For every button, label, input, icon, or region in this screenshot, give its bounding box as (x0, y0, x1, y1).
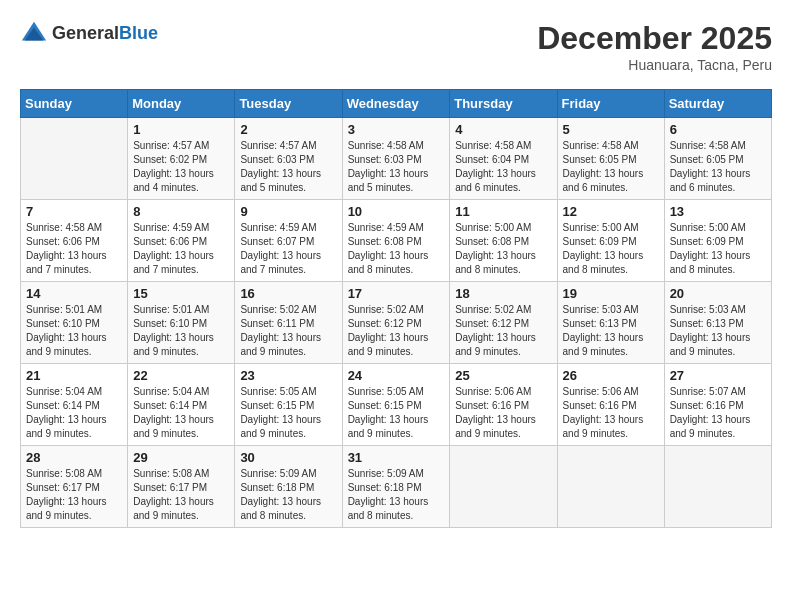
title-block: December 2025 Huanuara, Tacna, Peru (537, 20, 772, 73)
calendar-row: 7 Sunrise: 4:58 AMSunset: 6:06 PMDayligh… (21, 200, 772, 282)
cell-info: Sunrise: 5:06 AMSunset: 6:16 PMDaylight:… (563, 385, 659, 441)
cell-info: Sunrise: 4:58 AMSunset: 6:06 PMDaylight:… (26, 221, 122, 277)
cell-info: Sunrise: 5:06 AMSunset: 6:16 PMDaylight:… (455, 385, 551, 441)
calendar-cell: 25 Sunrise: 5:06 AMSunset: 6:16 PMDaylig… (450, 364, 557, 446)
calendar-cell: 22 Sunrise: 5:04 AMSunset: 6:14 PMDaylig… (128, 364, 235, 446)
cell-date: 24 (348, 368, 445, 383)
cell-date: 14 (26, 286, 122, 301)
calendar-cell: 9 Sunrise: 4:59 AMSunset: 6:07 PMDayligh… (235, 200, 342, 282)
calendar-table: SundayMondayTuesdayWednesdayThursdayFrid… (20, 89, 772, 528)
cell-date: 10 (348, 204, 445, 219)
calendar-cell: 20 Sunrise: 5:03 AMSunset: 6:13 PMDaylig… (664, 282, 771, 364)
cell-info: Sunrise: 5:02 AMSunset: 6:11 PMDaylight:… (240, 303, 336, 359)
cell-date: 15 (133, 286, 229, 301)
cell-date: 4 (455, 122, 551, 137)
cell-date: 21 (26, 368, 122, 383)
cell-date: 9 (240, 204, 336, 219)
cell-date: 5 (563, 122, 659, 137)
cell-info: Sunrise: 5:02 AMSunset: 6:12 PMDaylight:… (348, 303, 445, 359)
cell-info: Sunrise: 5:07 AMSunset: 6:16 PMDaylight:… (670, 385, 766, 441)
month-title: December 2025 (537, 20, 772, 57)
cell-info: Sunrise: 5:03 AMSunset: 6:13 PMDaylight:… (670, 303, 766, 359)
weekday-header: Sunday (21, 90, 128, 118)
cell-info: Sunrise: 5:03 AMSunset: 6:13 PMDaylight:… (563, 303, 659, 359)
calendar-cell: 27 Sunrise: 5:07 AMSunset: 6:16 PMDaylig… (664, 364, 771, 446)
cell-date: 2 (240, 122, 336, 137)
calendar-cell: 26 Sunrise: 5:06 AMSunset: 6:16 PMDaylig… (557, 364, 664, 446)
calendar-row: 28 Sunrise: 5:08 AMSunset: 6:17 PMDaylig… (21, 446, 772, 528)
weekday-header: Friday (557, 90, 664, 118)
weekday-header: Saturday (664, 90, 771, 118)
calendar-cell: 13 Sunrise: 5:00 AMSunset: 6:09 PMDaylig… (664, 200, 771, 282)
calendar-cell: 29 Sunrise: 5:08 AMSunset: 6:17 PMDaylig… (128, 446, 235, 528)
calendar-cell: 28 Sunrise: 5:08 AMSunset: 6:17 PMDaylig… (21, 446, 128, 528)
cell-date: 28 (26, 450, 122, 465)
calendar-row: 14 Sunrise: 5:01 AMSunset: 6:10 PMDaylig… (21, 282, 772, 364)
calendar-cell: 19 Sunrise: 5:03 AMSunset: 6:13 PMDaylig… (557, 282, 664, 364)
calendar-cell: 31 Sunrise: 5:09 AMSunset: 6:18 PMDaylig… (342, 446, 450, 528)
cell-info: Sunrise: 5:08 AMSunset: 6:17 PMDaylight:… (133, 467, 229, 523)
cell-info: Sunrise: 4:58 AMSunset: 6:03 PMDaylight:… (348, 139, 445, 195)
cell-date: 17 (348, 286, 445, 301)
cell-info: Sunrise: 4:58 AMSunset: 6:05 PMDaylight:… (563, 139, 659, 195)
calendar-cell: 4 Sunrise: 4:58 AMSunset: 6:04 PMDayligh… (450, 118, 557, 200)
cell-date: 29 (133, 450, 229, 465)
cell-date: 31 (348, 450, 445, 465)
calendar-cell (21, 118, 128, 200)
calendar-cell (450, 446, 557, 528)
cell-date: 6 (670, 122, 766, 137)
calendar-cell: 24 Sunrise: 5:05 AMSunset: 6:15 PMDaylig… (342, 364, 450, 446)
location: Huanuara, Tacna, Peru (537, 57, 772, 73)
page-header: GeneralBlue December 2025 Huanuara, Tacn… (20, 20, 772, 73)
calendar-cell: 14 Sunrise: 5:01 AMSunset: 6:10 PMDaylig… (21, 282, 128, 364)
cell-info: Sunrise: 5:04 AMSunset: 6:14 PMDaylight:… (133, 385, 229, 441)
calendar-cell: 2 Sunrise: 4:57 AMSunset: 6:03 PMDayligh… (235, 118, 342, 200)
cell-date: 23 (240, 368, 336, 383)
calendar-cell: 3 Sunrise: 4:58 AMSunset: 6:03 PMDayligh… (342, 118, 450, 200)
calendar-header: SundayMondayTuesdayWednesdayThursdayFrid… (21, 90, 772, 118)
cell-info: Sunrise: 5:00 AMSunset: 6:09 PMDaylight:… (670, 221, 766, 277)
cell-info: Sunrise: 5:01 AMSunset: 6:10 PMDaylight:… (26, 303, 122, 359)
calendar-cell: 6 Sunrise: 4:58 AMSunset: 6:05 PMDayligh… (664, 118, 771, 200)
calendar-cell (664, 446, 771, 528)
calendar-cell: 8 Sunrise: 4:59 AMSunset: 6:06 PMDayligh… (128, 200, 235, 282)
cell-info: Sunrise: 5:01 AMSunset: 6:10 PMDaylight:… (133, 303, 229, 359)
cell-info: Sunrise: 5:09 AMSunset: 6:18 PMDaylight:… (348, 467, 445, 523)
cell-date: 25 (455, 368, 551, 383)
calendar-cell: 10 Sunrise: 4:59 AMSunset: 6:08 PMDaylig… (342, 200, 450, 282)
cell-date: 1 (133, 122, 229, 137)
calendar-cell (557, 446, 664, 528)
cell-info: Sunrise: 4:57 AMSunset: 6:02 PMDaylight:… (133, 139, 229, 195)
cell-info: Sunrise: 4:59 AMSunset: 6:06 PMDaylight:… (133, 221, 229, 277)
cell-date: 30 (240, 450, 336, 465)
cell-date: 11 (455, 204, 551, 219)
cell-date: 3 (348, 122, 445, 137)
calendar-cell: 1 Sunrise: 4:57 AMSunset: 6:02 PMDayligh… (128, 118, 235, 200)
calendar-cell: 23 Sunrise: 5:05 AMSunset: 6:15 PMDaylig… (235, 364, 342, 446)
calendar-cell: 5 Sunrise: 4:58 AMSunset: 6:05 PMDayligh… (557, 118, 664, 200)
logo-icon (20, 20, 48, 48)
cell-info: Sunrise: 4:59 AMSunset: 6:08 PMDaylight:… (348, 221, 445, 277)
cell-info: Sunrise: 5:00 AMSunset: 6:09 PMDaylight:… (563, 221, 659, 277)
cell-date: 26 (563, 368, 659, 383)
weekday-header: Monday (128, 90, 235, 118)
calendar-cell: 7 Sunrise: 4:58 AMSunset: 6:06 PMDayligh… (21, 200, 128, 282)
calendar-cell: 18 Sunrise: 5:02 AMSunset: 6:12 PMDaylig… (450, 282, 557, 364)
weekday-header: Thursday (450, 90, 557, 118)
cell-info: Sunrise: 5:05 AMSunset: 6:15 PMDaylight:… (348, 385, 445, 441)
cell-info: Sunrise: 5:05 AMSunset: 6:15 PMDaylight:… (240, 385, 336, 441)
cell-info: Sunrise: 5:00 AMSunset: 6:08 PMDaylight:… (455, 221, 551, 277)
calendar-row: 21 Sunrise: 5:04 AMSunset: 6:14 PMDaylig… (21, 364, 772, 446)
calendar-cell: 17 Sunrise: 5:02 AMSunset: 6:12 PMDaylig… (342, 282, 450, 364)
cell-info: Sunrise: 4:58 AMSunset: 6:05 PMDaylight:… (670, 139, 766, 195)
weekday-header: Tuesday (235, 90, 342, 118)
weekday-header: Wednesday (342, 90, 450, 118)
cell-info: Sunrise: 5:08 AMSunset: 6:17 PMDaylight:… (26, 467, 122, 523)
logo-text: GeneralBlue (52, 24, 158, 44)
calendar-cell: 30 Sunrise: 5:09 AMSunset: 6:18 PMDaylig… (235, 446, 342, 528)
cell-info: Sunrise: 4:59 AMSunset: 6:07 PMDaylight:… (240, 221, 336, 277)
cell-date: 19 (563, 286, 659, 301)
calendar-row: 1 Sunrise: 4:57 AMSunset: 6:02 PMDayligh… (21, 118, 772, 200)
cell-info: Sunrise: 5:02 AMSunset: 6:12 PMDaylight:… (455, 303, 551, 359)
cell-date: 8 (133, 204, 229, 219)
